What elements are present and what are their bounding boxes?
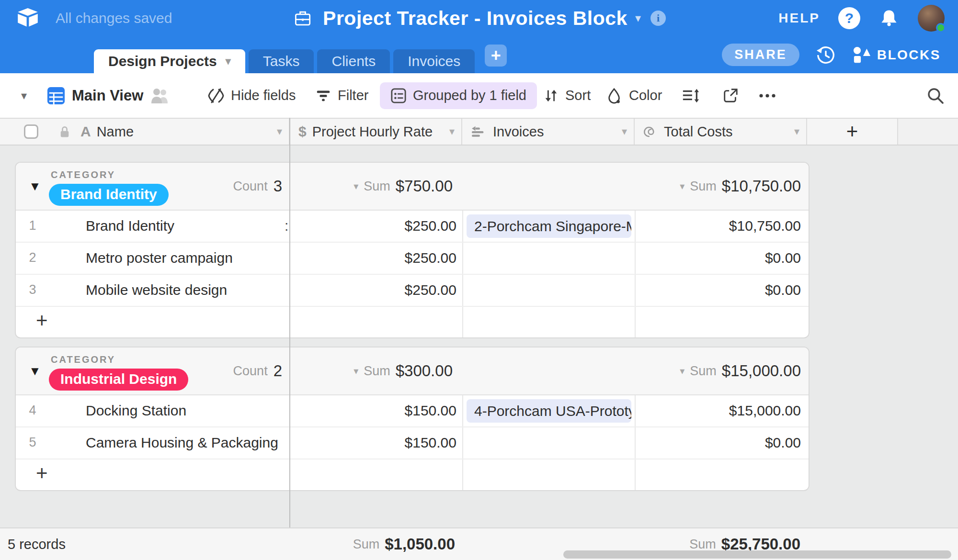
group-rate-summary[interactable]: ▾ Sum $750.00	[290, 163, 453, 210]
group-field-label: CATEGORY	[51, 169, 115, 180]
select-all-checkbox[interactable]	[24, 124, 38, 139]
color-button[interactable]: Color	[606, 88, 662, 104]
record-count: 5 records	[8, 528, 66, 560]
row-height-icon[interactable]	[682, 87, 700, 104]
group-total-summary[interactable]: ▾ Sum $15,000.00	[635, 347, 801, 394]
collapse-view-sidebar-icon[interactable]: ▾	[21, 89, 27, 102]
cell-invoices[interactable]: 4-Porchcam USA-Prototype	[467, 399, 631, 423]
invoice-record-pill[interactable]: 4-Porchcam USA-Prototype	[467, 399, 631, 423]
summary-caret-icon[interactable]: ▾	[680, 365, 684, 377]
view-name[interactable]: Main View	[72, 87, 143, 104]
cell-total[interactable]: $15,000.00	[635, 395, 801, 426]
help-button[interactable]: HELP	[778, 11, 820, 26]
column-header-project-hourly-rate[interactable]: $ Project Hourly Rate ▾	[290, 119, 462, 145]
cell-rate[interactable]: $250.00	[290, 243, 456, 273]
title-caret-icon[interactable]: ▾	[635, 11, 641, 25]
row-number: 2	[23, 243, 43, 273]
column-caret-icon[interactable]: ▾	[794, 125, 799, 138]
rate-column-summary[interactable]: Sum $1,050.00	[290, 528, 455, 560]
horizontal-scrollbar[interactable]	[563, 550, 951, 559]
row-number: 3	[23, 275, 43, 305]
table-row[interactable]: 3 Mobile website design $250.00 $0.00	[16, 275, 809, 307]
cell-invoices[interactable]	[467, 279, 631, 302]
tab-tasks[interactable]: Tasks	[249, 49, 314, 73]
sum-value: $10,750.00	[722, 177, 801, 195]
column-header-total-costs[interactable]: Total Costs ▾	[635, 119, 807, 145]
category-pill[interactable]: Industrial Design	[49, 369, 188, 391]
cell-total[interactable]: $0.00	[635, 275, 801, 305]
cell-total[interactable]: $0.00	[635, 243, 801, 273]
more-options-icon[interactable]	[758, 93, 777, 99]
sort-label: Sort	[565, 88, 591, 103]
help-question-icon[interactable]: ?	[838, 7, 860, 29]
column-header-invoices[interactable]: Invoices ▾	[462, 119, 635, 145]
cell-name[interactable]: Brand Identity	[86, 211, 174, 241]
blocks-shapes-icon	[852, 46, 871, 64]
table-row[interactable]: 2 Metro poster campaign $250.00 $0.00	[16, 243, 809, 275]
cell-invoices[interactable]	[467, 246, 631, 270]
open-view-icon[interactable]	[722, 88, 739, 104]
cell-rate[interactable]: $250.00	[290, 275, 456, 305]
column-caret-icon[interactable]: ▾	[449, 125, 455, 138]
frozen-column-divider[interactable]	[289, 118, 290, 527]
add-table-button[interactable]: +	[485, 45, 507, 67]
table-row[interactable]: 1 Brand Identity : $250.00 2-Porchcam Si…	[16, 211, 809, 243]
cell-invoices[interactable]	[467, 431, 631, 455]
blocks-button[interactable]: BLOCKS	[852, 46, 941, 64]
cell-total[interactable]: $0.00	[635, 427, 801, 458]
column-caret-icon[interactable]: ▾	[622, 125, 627, 138]
info-icon[interactable]: i	[650, 11, 666, 26]
hide-fields-button[interactable]: Hide fields	[207, 87, 296, 104]
grid-view-icon[interactable]	[47, 87, 65, 105]
notifications-bell-icon[interactable]	[878, 8, 900, 29]
tab-design-projects[interactable]: Design Projects ▾	[94, 49, 245, 73]
group-button[interactable]: Grouped by 1 field	[380, 82, 537, 109]
column-label: Invoices	[493, 124, 544, 140]
collaborators-icon[interactable]	[149, 87, 171, 104]
add-record-row[interactable]: +	[16, 307, 809, 336]
airtable-app: All changes saved Project Tracker - Invo…	[0, 0, 958, 560]
collapse-group-icon[interactable]: ▼	[29, 179, 41, 194]
summary-caret-icon[interactable]: ▾	[354, 365, 358, 377]
cell-total[interactable]: $10,750.00	[635, 211, 801, 241]
cell-invoices[interactable]: 2-Porchcam Singapore-Mar	[467, 214, 631, 238]
add-record-plus-icon[interactable]: +	[36, 307, 48, 335]
user-avatar[interactable]	[918, 5, 945, 32]
summary-caret-icon[interactable]: ▾	[354, 180, 358, 192]
group-rate-summary[interactable]: ▾ Sum $300.00	[290, 347, 453, 394]
count-value: 3	[274, 177, 282, 195]
cell-rate[interactable]: $250.00	[290, 211, 456, 241]
cell-name[interactable]: Metro poster campaign	[86, 243, 233, 273]
invoice-record-pill[interactable]: 2-Porchcam Singapore-Mar	[467, 214, 631, 238]
column-header-name[interactable]: A Name ▾	[0, 119, 290, 145]
add-record-plus-icon[interactable]: +	[36, 459, 48, 487]
summary-bar: 5 records Sum $1,050.00 Sum $25,750.00	[0, 527, 958, 560]
search-icon[interactable]	[926, 87, 945, 105]
group-field-label: CATEGORY	[51, 354, 115, 365]
column-caret-icon[interactable]: ▾	[277, 125, 282, 138]
base-title-group[interactable]: Project Tracker - Invoices Block ▾ i	[292, 0, 666, 36]
column-label: Total Costs	[664, 124, 732, 140]
category-pill[interactable]: Brand Identity	[49, 184, 169, 206]
tab-invoices[interactable]: Invoices	[393, 49, 475, 73]
cell-rate[interactable]: $150.00	[290, 395, 456, 426]
group-total-summary[interactable]: ▾ Sum $10,750.00	[635, 163, 801, 210]
summary-caret-icon[interactable]: ▾	[680, 180, 684, 192]
cell-name[interactable]: Mobile website design	[86, 275, 227, 305]
history-icon[interactable]	[816, 45, 836, 65]
airtable-logo-icon[interactable]	[16, 7, 39, 29]
table-row[interactable]: 4 Docking Station $150.00 4-Porchcam USA…	[16, 395, 809, 427]
cell-rate[interactable]: $150.00	[290, 427, 456, 458]
sort-button[interactable]: Sort	[543, 88, 591, 104]
row-number: 1	[23, 211, 43, 241]
cell-name[interactable]: Docking Station	[86, 395, 186, 426]
filter-button[interactable]: Filter	[315, 88, 368, 104]
collapse-group-icon[interactable]: ▼	[29, 364, 41, 379]
cell-name[interactable]: Camera Housing & Packaging	[86, 427, 278, 458]
share-button[interactable]: SHARE	[722, 44, 799, 66]
add-field-button[interactable]: +	[807, 119, 898, 145]
tab-caret-icon[interactable]: ▾	[226, 55, 231, 67]
table-row[interactable]: 5 Camera Housing & Packaging $150.00 $0.…	[16, 427, 809, 459]
tab-clients[interactable]: Clients	[317, 49, 390, 73]
add-record-row[interactable]: +	[16, 459, 809, 489]
